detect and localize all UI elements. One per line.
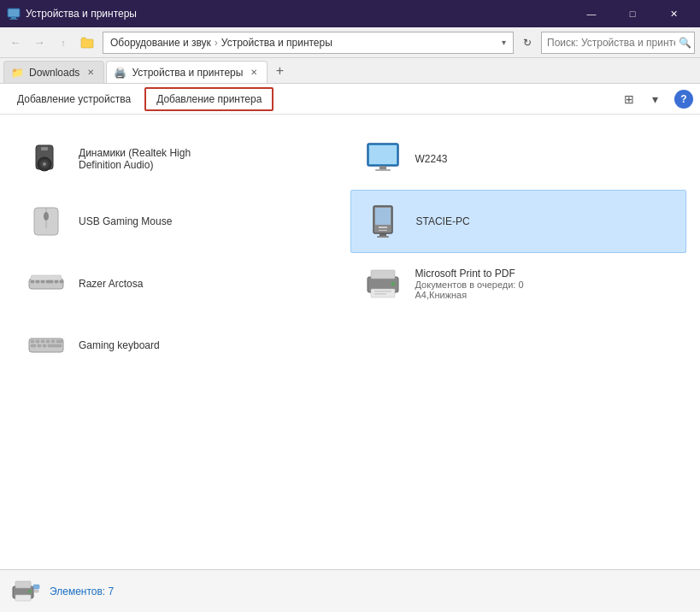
close-button[interactable]: ✕	[654, 0, 693, 27]
folder-icon	[77, 32, 97, 53]
razer-icon	[24, 262, 68, 306]
svg-rect-37	[36, 340, 39, 343]
svg-point-14	[44, 212, 49, 221]
tab-devices-label: Устройства и принтеры	[132, 67, 243, 79]
add-device-button[interactable]: Добавление устройства	[7, 87, 141, 111]
printer-sub1: Документов в очереди: 0	[415, 280, 524, 290]
mouse-info: USB Gaming Mouse	[79, 215, 172, 227]
razer-info: Razer Arctosa	[79, 278, 143, 290]
add-printer-button[interactable]: Добавление принтера	[144, 87, 274, 111]
svg-rect-27	[55, 280, 58, 283]
content-area: Динамики (Realtek HighDefinition Audio) …	[0, 115, 700, 569]
status-icon	[10, 576, 41, 607]
view-icon[interactable]: ⊞	[618, 88, 640, 110]
tab-devices-close[interactable]: ✕	[248, 67, 260, 79]
svg-rect-30	[371, 270, 395, 279]
svg-rect-0	[8, 9, 20, 17]
new-tab-button[interactable]: +	[269, 61, 290, 81]
minimize-button[interactable]: —	[572, 0, 611, 27]
svg-rect-2	[9, 19, 18, 20]
svg-rect-36	[31, 340, 34, 343]
svg-rect-22	[31, 275, 62, 280]
svg-rect-44	[43, 344, 46, 347]
svg-rect-43	[38, 344, 41, 347]
svg-rect-38	[41, 340, 44, 343]
search-box[interactable]: 🔍	[541, 32, 695, 54]
window-controls: — □ ✕	[572, 0, 693, 27]
svg-rect-20	[379, 230, 387, 231]
app-icon	[7, 7, 21, 21]
svg-rect-17	[379, 233, 386, 236]
computer-info: STACIE-PC	[416, 215, 470, 227]
tab-downloads-label: Downloads	[29, 67, 79, 79]
gaming-keyboard-name: Gaming keyboard	[79, 339, 160, 351]
svg-rect-47	[15, 581, 31, 588]
tab-downloads-icon: 📁	[11, 67, 24, 79]
computer-name: STACIE-PC	[416, 215, 470, 227]
computer-icon	[362, 199, 406, 244]
tabs-bar: 📁 Downloads ✕ 🖨️ Устройства и принтеры ✕…	[0, 58, 700, 84]
status-bar: Элементов: 7	[0, 569, 700, 612]
back-button[interactable]: ←	[5, 32, 26, 53]
svg-rect-33	[374, 293, 386, 295]
svg-rect-7	[41, 147, 48, 150]
forward-button[interactable]: →	[29, 32, 50, 53]
svg-rect-24	[36, 280, 39, 283]
speakers-info: Динамики (Realtek HighDefinition Audio)	[79, 147, 191, 171]
svg-point-34	[391, 282, 395, 286]
svg-rect-41	[56, 340, 62, 343]
device-keyboard[interactable]: Gaming keyboard	[14, 315, 350, 376]
window-title: Устройства и принтеры	[26, 8, 572, 20]
printer-icon	[361, 262, 405, 306]
address-bar: ← → ↑ Оборудование и звук › Устройства и…	[0, 27, 700, 58]
up-button[interactable]: ↑	[53, 32, 74, 53]
tab-devices-icon: 🖨️	[114, 67, 126, 79]
maximize-button[interactable]: □	[613, 0, 652, 27]
svg-rect-50	[33, 585, 39, 589]
monitor-name: W2243	[415, 153, 448, 165]
mouse-name: USB Gaming Mouse	[79, 215, 172, 227]
razer-name: Razer Arctosa	[79, 278, 143, 290]
keyboard-icon	[24, 323, 68, 368]
search-input[interactable]	[547, 37, 675, 49]
printer-sub2: А4,Книжная	[415, 290, 524, 300]
device-razer[interactable]: Razer Arctosa	[14, 253, 350, 315]
device-computer[interactable]: STACIE-PC	[350, 190, 687, 253]
svg-point-6	[43, 162, 46, 166]
printer-name: Microsoft Print to PDF	[415, 268, 524, 280]
help-button[interactable]: ?	[674, 90, 693, 109]
address-path[interactable]: Оборудование и звук › Устройства и принт…	[103, 32, 514, 54]
device-mouse[interactable]: USB Gaming Mouse	[14, 190, 350, 253]
device-speakers[interactable]: Динамики (Realtek HighDefinition Audio)	[14, 128, 350, 190]
mouse-icon	[24, 199, 68, 244]
svg-rect-16	[375, 208, 391, 225]
devices-panel: Динамики (Realtek HighDefinition Audio) …	[0, 115, 700, 569]
svg-rect-28	[60, 280, 63, 283]
view-dropdown-button[interactable]: ▾	[644, 88, 666, 110]
svg-rect-18	[377, 236, 389, 238]
speakers-name: Динамики (Realtek HighDefinition Audio)	[79, 147, 191, 171]
svg-rect-26	[46, 280, 53, 283]
svg-rect-1	[11, 17, 16, 19]
svg-rect-23	[31, 280, 34, 283]
svg-rect-32	[374, 291, 391, 292]
svg-rect-10	[379, 166, 386, 169]
svg-rect-42	[31, 344, 36, 347]
monitor-icon	[361, 137, 405, 181]
device-printer[interactable]: Microsoft Print to PDF Документов в очер…	[350, 253, 687, 315]
tab-downloads-close[interactable]: ✕	[85, 67, 97, 79]
gaming-keyboard-info: Gaming keyboard	[79, 339, 160, 351]
search-icon[interactable]: 🔍	[679, 37, 691, 49]
refresh-button[interactable]: ↻	[517, 32, 538, 53]
tab-devices[interactable]: 🖨️ Устройства и принтеры ✕	[106, 61, 268, 83]
monitor-info: W2243	[415, 153, 448, 165]
tab-downloads[interactable]: 📁 Downloads ✕	[3, 61, 104, 83]
path-separator: ›	[215, 37, 218, 49]
svg-rect-45	[48, 344, 62, 347]
svg-rect-48	[15, 595, 31, 601]
dropdown-arrow[interactable]: ▾	[502, 38, 506, 47]
printer-info: Microsoft Print to PDF Документов в очер…	[415, 268, 524, 300]
path-root: Оборудование и звук	[110, 37, 211, 49]
device-monitor[interactable]: W2243	[350, 128, 687, 190]
status-text: Элементов: 7	[50, 586, 114, 597]
